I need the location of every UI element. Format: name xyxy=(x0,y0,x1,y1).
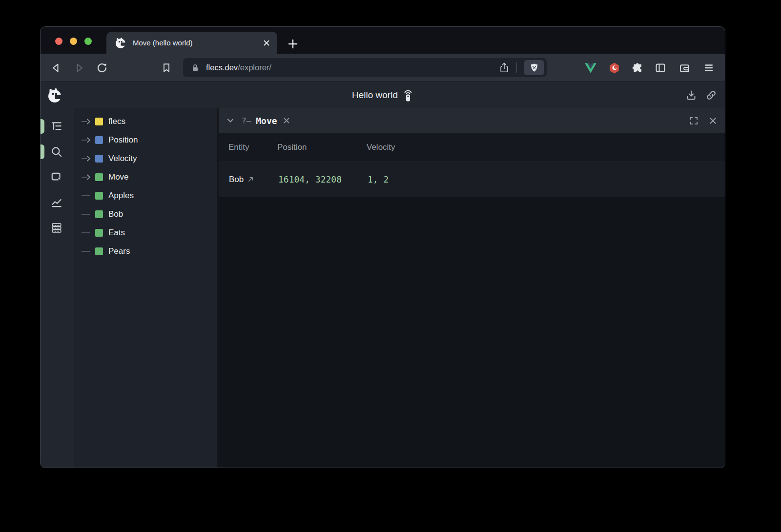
empty-results-area xyxy=(219,197,725,468)
traffic-lights xyxy=(55,38,92,45)
browser-menu-icon[interactable] xyxy=(702,61,716,75)
expand-arrow-icon[interactable] xyxy=(79,174,95,181)
query-panel-header: ?– Move xyxy=(219,108,725,133)
tree-item[interactable]: Bob xyxy=(74,205,217,224)
stats-chart-icon[interactable] xyxy=(50,196,63,209)
tree-item-label: Eats xyxy=(108,228,125,238)
entity-cell[interactable]: Bob xyxy=(229,162,254,197)
reload-button[interactable] xyxy=(96,61,108,74)
close-window-button[interactable] xyxy=(55,38,62,45)
position-value: 16104, 32208 xyxy=(278,162,342,197)
browser-toolbar: flecs.dev/explorer/ xyxy=(41,54,725,82)
tree-connector xyxy=(79,229,95,236)
fullscreen-icon[interactable] xyxy=(689,116,699,125)
sidebar-rail xyxy=(41,108,74,468)
back-button[interactable] xyxy=(50,61,62,74)
entity-color-square xyxy=(95,247,103,255)
browser-tab[interactable]: Move (hello world) xyxy=(106,32,277,54)
remote-connection-icon[interactable] xyxy=(403,88,413,102)
flecs-logo[interactable] xyxy=(46,87,63,104)
tree-item-label: Position xyxy=(108,135,138,145)
entity-color-square xyxy=(95,192,103,200)
tree-item[interactable]: Eats xyxy=(74,224,217,242)
tree-connector xyxy=(79,118,95,125)
open-entity-arrow-icon[interactable] xyxy=(247,176,254,183)
expand-arrow-icon[interactable] xyxy=(79,155,95,162)
hexagon-extension-icon[interactable] xyxy=(607,61,621,75)
download-icon[interactable] xyxy=(685,89,697,101)
tree-connector xyxy=(79,192,95,199)
entity-tree-panel: flecs Position Velocity xyxy=(74,108,217,468)
tree-view-icon[interactable] xyxy=(50,120,63,133)
rows-icon[interactable] xyxy=(50,222,63,234)
tree-item-label: Pears xyxy=(108,246,130,256)
app-title: Hello world xyxy=(352,90,398,101)
brave-shield-button[interactable] xyxy=(524,60,544,75)
tree-item[interactable]: Velocity xyxy=(74,149,217,168)
tree-item[interactable]: Pears xyxy=(74,242,217,261)
leaf-dash-icon xyxy=(79,248,95,255)
chevron-down-icon[interactable] xyxy=(226,116,235,125)
share-icon[interactable] xyxy=(499,62,510,74)
tree-item-label: flecs xyxy=(108,117,125,126)
minimize-window-button[interactable] xyxy=(70,38,77,45)
tree-item-label: Apples xyxy=(108,191,134,201)
tree-item[interactable]: Apples xyxy=(74,186,217,205)
url-bar-separator xyxy=(516,62,517,73)
new-tab-button[interactable] xyxy=(286,37,300,51)
lock-icon xyxy=(190,63,200,73)
search-icon[interactable] xyxy=(50,145,63,158)
browser-window: Move (hello world) flecs.dev/explorer/ xyxy=(41,27,725,468)
entity-color-square xyxy=(95,118,103,125)
sidebar-toggle-icon[interactable] xyxy=(654,61,667,75)
tab-title: Move (hello world) xyxy=(133,39,263,47)
result-table-header: Entity Position Velocity xyxy=(219,133,725,162)
app-title-group: Hello world xyxy=(352,88,413,102)
active-panel-indicator xyxy=(41,144,44,159)
velocity-value: 1, 2 xyxy=(368,162,389,197)
tree-item[interactable]: Move xyxy=(74,168,217,186)
tree-item[interactable]: flecs xyxy=(74,112,217,131)
panel-close-icon[interactable] xyxy=(708,116,718,125)
entity-color-square xyxy=(95,136,103,144)
active-panel-indicator xyxy=(41,119,44,134)
tree-item-label: Move xyxy=(108,172,129,182)
tree-connector xyxy=(79,155,95,162)
query-prefix: ?– xyxy=(242,116,251,125)
wallet-icon[interactable] xyxy=(678,61,691,75)
tree-connector xyxy=(79,137,95,143)
entity-color-square xyxy=(95,173,103,181)
url-bar[interactable]: flecs.dev/explorer/ xyxy=(183,58,547,77)
tree-connector xyxy=(79,211,95,218)
query-title: Move xyxy=(256,116,277,126)
content-area: flecs Position Velocity xyxy=(41,108,725,468)
tree-connector xyxy=(79,174,95,181)
tab-close-icon[interactable] xyxy=(263,39,270,47)
tree-item-label: Velocity xyxy=(108,154,137,164)
entity-color-square xyxy=(95,155,103,163)
url-text: flecs.dev/explorer/ xyxy=(206,63,271,72)
column-header-position[interactable]: Position xyxy=(277,133,307,162)
app-header: Hello world xyxy=(41,82,725,108)
column-header-entity[interactable]: Entity xyxy=(228,133,249,162)
tab-strip: Move (hello world) xyxy=(41,27,725,54)
bookmark-icon[interactable] xyxy=(160,61,173,74)
entity-color-square xyxy=(95,210,103,218)
table-row[interactable]: Bob 16104, 32208 1, 2 xyxy=(219,162,725,197)
extensions-puzzle-icon[interactable] xyxy=(631,61,644,75)
forward-button[interactable] xyxy=(73,61,85,74)
tree-item-label: Bob xyxy=(108,209,123,219)
inspector-icon[interactable] xyxy=(50,171,63,184)
query-panel: ?– Move Entity Position Velocity xyxy=(217,108,725,468)
vue-devtools-icon[interactable] xyxy=(584,61,597,75)
leaf-dash-icon xyxy=(79,192,95,199)
tree-item[interactable]: Position xyxy=(74,131,217,149)
expand-arrow-icon[interactable] xyxy=(79,118,95,125)
link-icon[interactable] xyxy=(705,89,717,101)
query-clear-icon[interactable] xyxy=(282,116,291,125)
zoom-window-button[interactable] xyxy=(84,38,92,45)
column-header-velocity[interactable]: Velocity xyxy=(367,133,395,162)
entity-color-square xyxy=(95,229,103,237)
leaf-dash-icon xyxy=(79,229,95,236)
expand-arrow-icon[interactable] xyxy=(79,137,95,143)
